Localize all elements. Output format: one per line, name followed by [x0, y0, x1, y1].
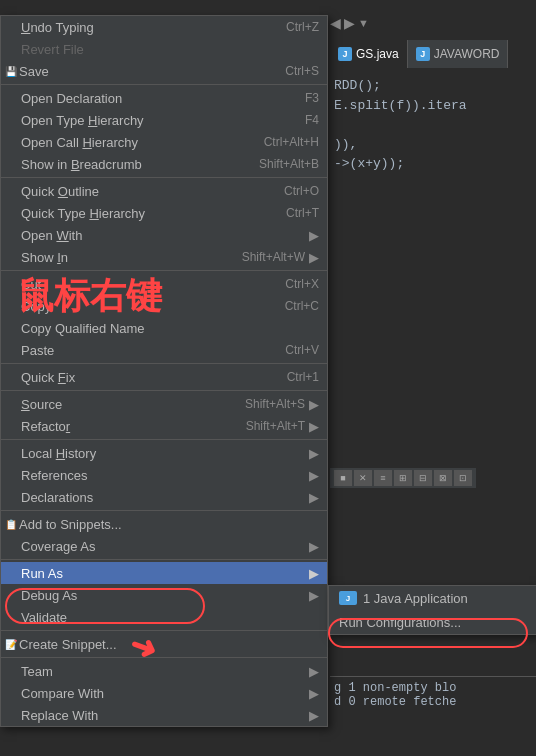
tab-gs-java[interactable]: J GS.java [330, 40, 408, 68]
menu-item-save-label: Save [19, 64, 265, 79]
debug-as-arrow: ▶ [309, 588, 319, 603]
menu-item-compare-with[interactable]: Compare With ▶ [1, 682, 327, 704]
forward-icon[interactable]: ▶ [344, 15, 355, 31]
menu-item-show-in-breadcrumb[interactable]: Show in Breadcrumb Shift+Alt+B [1, 153, 327, 175]
menu-item-quick-outline[interactable]: Quick Outline Ctrl+O [1, 180, 327, 202]
dropdown-icon[interactable]: ▼ [358, 17, 369, 29]
menu-item-save[interactable]: 💾 Save Ctrl+S [1, 60, 327, 82]
menu-item-open-declaration-label: Open Declaration [21, 91, 285, 106]
separator-4 [1, 363, 327, 364]
compare-with-arrow: ▶ [309, 686, 319, 701]
menu-item-open-with[interactable]: Open With ▶ [1, 224, 327, 246]
menu-item-create-snippet-label: Create Snippet... [19, 637, 319, 652]
toolbar-btn-7[interactable]: ⊡ [454, 470, 472, 486]
menu-item-show-in[interactable]: Show In Shift+Alt+W ▶ [1, 246, 327, 268]
menu-item-run-as[interactable]: Run As ▶ [1, 562, 327, 584]
toolbar-btn-5[interactable]: ⊟ [414, 470, 432, 486]
menu-item-validate-label: Validate [21, 610, 319, 625]
menu-item-add-to-snippets[interactable]: 📋 Add to Snippets... [1, 513, 327, 535]
tab-javaword-label: JAVAWORD [434, 47, 500, 61]
menu-item-open-call-hierarchy-label: Open Call Hierarchy [21, 135, 244, 150]
code-editor[interactable]: RDD(); E.split(f)).itera )), ->(x+y)); [330, 68, 536, 756]
menu-item-cut-label: Cut [21, 277, 265, 292]
menu-item-team[interactable]: Team ▶ [1, 660, 327, 682]
menu-item-copy-qualified-name[interactable]: Copy Qualified Name [1, 317, 327, 339]
menu-item-debug-as-label: Debug As [21, 588, 305, 603]
bottom-panel: g 1 non-empty blo d 0 remote fetche [330, 676, 536, 756]
separator-5 [1, 390, 327, 391]
menu-item-cut-shortcut: Ctrl+X [285, 277, 319, 291]
separator-1 [1, 84, 327, 85]
menu-item-open-call-hierarchy-shortcut: Ctrl+Alt+H [264, 135, 319, 149]
menu-item-replace-with-label: Replace With [21, 708, 305, 723]
menu-item-paste-shortcut: Ctrl+V [285, 343, 319, 357]
declarations-arrow: ▶ [309, 490, 319, 505]
snippet-icon: 📋 [5, 519, 17, 530]
separator-7 [1, 510, 327, 511]
menu-item-open-type-hierarchy[interactable]: Open Type Hierarchy F4 [1, 109, 327, 131]
menu-item-refactor-label: Refactor [21, 419, 226, 434]
create-snippet-icon: 📝 [5, 639, 17, 650]
submenu-item-run-configurations[interactable]: Run Configurations... [329, 610, 536, 634]
toolbar-btn-3[interactable]: ≡ [374, 470, 392, 486]
menu-item-source-label: Source [21, 397, 225, 412]
toolbar-btn-2[interactable]: ✕ [354, 470, 372, 486]
menu-item-open-type-hierarchy-label: Open Type Hierarchy [21, 113, 285, 128]
menu-item-replace-with[interactable]: Replace With ▶ [1, 704, 327, 726]
menu-item-references[interactable]: References ▶ [1, 464, 327, 486]
toolbar-btn-1[interactable]: ■ [334, 470, 352, 486]
coverage-as-arrow: ▶ [309, 539, 319, 554]
menu-item-open-declaration-shortcut: F3 [305, 91, 319, 105]
menu-item-cut[interactable]: Cut Ctrl+X [1, 273, 327, 295]
menu-item-revert-file-label: Revert File [21, 42, 319, 57]
submenu-item-java-application[interactable]: J 1 Java Application [329, 586, 536, 610]
java-app-icon: J [339, 591, 357, 605]
menu-item-refactor[interactable]: Refactor Shift+Alt+T ▶ [1, 415, 327, 437]
menu-item-local-history-label: Local History [21, 446, 305, 461]
menu-item-debug-as[interactable]: Debug As ▶ [1, 584, 327, 606]
menu-item-open-declaration[interactable]: Open Declaration F3 [1, 87, 327, 109]
menu-item-quick-type-hierarchy[interactable]: Quick Type Hierarchy Ctrl+T [1, 202, 327, 224]
menu-item-local-history[interactable]: Local History ▶ [1, 442, 327, 464]
menu-item-coverage-as[interactable]: Coverage As ▶ [1, 535, 327, 557]
menu-item-quick-outline-label: Quick Outline [21, 184, 264, 199]
bottom-line-2: d 0 remote fetche [334, 695, 532, 709]
menu-item-quick-fix[interactable]: Quick Fix Ctrl+1 [1, 366, 327, 388]
code-line-2: E.split(f)).itera [334, 96, 532, 116]
toolbar-btn-6[interactable]: ⊠ [434, 470, 452, 486]
menu-item-compare-with-label: Compare With [21, 686, 305, 701]
menu-item-refactor-shortcut: Shift+Alt+T [246, 419, 305, 433]
menu-item-source[interactable]: Source Shift+Alt+S ▶ [1, 393, 327, 415]
menu-item-paste[interactable]: Paste Ctrl+V [1, 339, 327, 361]
menu-item-show-in-breadcrumb-label: Show in Breadcrumb [21, 157, 239, 172]
menu-item-undo-typing[interactable]: Undo Typing Ctrl+Z [1, 16, 327, 38]
menu-item-validate[interactable]: Validate [1, 606, 327, 628]
menu-item-undo-typing-shortcut: Ctrl+Z [286, 20, 319, 34]
separator-3 [1, 270, 327, 271]
toolbar-btn-4[interactable]: ⊞ [394, 470, 412, 486]
menu-item-declarations[interactable]: Declarations ▶ [1, 486, 327, 508]
menu-item-show-in-shortcut: Shift+Alt+W [242, 250, 305, 264]
tab-javaword[interactable]: J JAVAWORD [408, 40, 509, 68]
code-line-5: ->(x+y)); [334, 154, 532, 174]
menu-item-open-call-hierarchy[interactable]: Open Call Hierarchy Ctrl+Alt+H [1, 131, 327, 153]
context-menu: Undo Typing Ctrl+Z Revert File 💾 Save Ct… [0, 15, 328, 727]
menu-item-quick-type-hierarchy-label: Quick Type Hierarchy [21, 206, 266, 221]
menu-item-quick-type-hierarchy-shortcut: Ctrl+T [286, 206, 319, 220]
menu-item-revert-file: Revert File [1, 38, 327, 60]
separator-9 [1, 630, 327, 631]
run-as-submenu: J 1 Java Application Run Configurations.… [328, 585, 536, 635]
menu-item-save-shortcut: Ctrl+S [285, 64, 319, 78]
menu-item-create-snippet[interactable]: 📝 Create Snippet... [1, 633, 327, 655]
menu-item-add-to-snippets-label: Add to Snippets... [19, 517, 319, 532]
menu-item-open-type-hierarchy-shortcut: F4 [305, 113, 319, 127]
separator-6 [1, 439, 327, 440]
menu-item-copy[interactable]: Copy Ctrl+C [1, 295, 327, 317]
separator-8 [1, 559, 327, 560]
back-icon[interactable]: ◀ [330, 15, 341, 31]
menu-item-references-label: References [21, 468, 305, 483]
menu-item-undo-typing-label: Undo Typing [21, 20, 266, 35]
menu-item-source-shortcut: Shift+Alt+S [245, 397, 305, 411]
open-with-arrow: ▶ [309, 228, 319, 243]
code-line-4: )), [334, 135, 532, 155]
